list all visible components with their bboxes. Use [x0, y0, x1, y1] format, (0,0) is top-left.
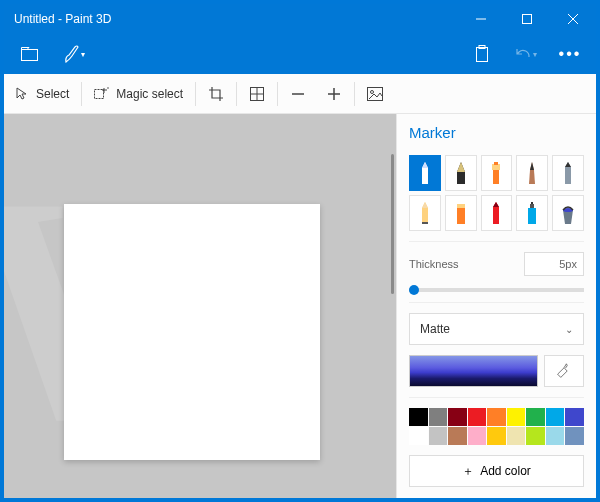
brush-oil[interactable] — [481, 155, 513, 191]
brush-marker[interactable] — [409, 155, 441, 191]
crop-icon — [208, 86, 224, 102]
watercolor-icon — [525, 160, 539, 186]
color-swatch[interactable] — [468, 427, 487, 445]
svg-rect-19 — [494, 162, 498, 165]
svg-rect-4 — [22, 50, 38, 61]
folder-icon — [21, 47, 39, 61]
svg-rect-20 — [422, 222, 428, 224]
eyedropper-button[interactable] — [544, 355, 584, 387]
select-tool[interactable]: Select — [4, 74, 79, 114]
image-icon — [367, 86, 383, 102]
close-icon — [568, 14, 578, 24]
plus-icon: ＋ — [462, 463, 474, 480]
clipboard-icon — [474, 45, 490, 63]
maximize-button[interactable] — [504, 4, 550, 34]
color-swatch[interactable] — [409, 427, 428, 445]
pen-icon — [454, 160, 468, 186]
canvas[interactable] — [64, 204, 320, 460]
oil-brush-icon — [489, 160, 503, 186]
crop-tool[interactable] — [198, 74, 234, 114]
grid-toggle[interactable] — [239, 74, 275, 114]
chevron-down-icon: ▾ — [533, 50, 537, 59]
color-swatch[interactable] — [487, 408, 506, 426]
zoom-out-button[interactable] — [280, 74, 316, 114]
view-3d-button[interactable] — [357, 74, 393, 114]
add-color-button[interactable]: ＋ Add color — [409, 455, 584, 487]
brush-spray-can[interactable] — [516, 195, 548, 231]
color-swatch[interactable] — [487, 427, 506, 445]
material-dropdown[interactable]: Matte ⌄ — [409, 313, 584, 345]
minimize-icon — [476, 14, 486, 24]
slider-thumb[interactable] — [409, 285, 419, 295]
brush-fill[interactable] — [552, 195, 584, 231]
undo-button[interactable]: ▾ — [506, 36, 546, 72]
svg-rect-1 — [523, 15, 532, 24]
color-swatch[interactable] — [546, 427, 565, 445]
thickness-slider[interactable] — [409, 288, 584, 292]
brush-eraser[interactable] — [445, 195, 477, 231]
brushes-menu-button[interactable]: ▾ — [54, 36, 94, 72]
app-window: Untitled - Paint 3D ▾ ▾ ••• — [4, 4, 596, 498]
maximize-icon — [522, 14, 532, 24]
brush-crayon[interactable] — [481, 195, 513, 231]
grid-icon — [249, 86, 265, 102]
more-button[interactable]: ••• — [550, 36, 590, 72]
undo-icon — [515, 47, 531, 61]
thickness-value[interactable]: 5px — [524, 252, 584, 276]
color-swatch[interactable] — [526, 408, 545, 426]
color-swatch[interactable] — [507, 427, 526, 445]
window-title: Untitled - Paint 3D — [4, 12, 458, 26]
brush-watercolor[interactable] — [516, 155, 548, 191]
svg-rect-24 — [530, 204, 534, 208]
brush-pencil[interactable] — [409, 195, 441, 231]
crayon-icon — [489, 200, 503, 226]
chevron-down-icon: ▾ — [81, 50, 85, 59]
brush-grid — [409, 155, 584, 231]
svg-rect-7 — [95, 89, 104, 98]
magic-select-label: Magic select — [116, 87, 183, 101]
brush-pixel-pen[interactable] — [552, 155, 584, 191]
current-color-swatch[interactable] — [409, 355, 538, 387]
color-swatch[interactable] — [507, 408, 526, 426]
minimize-button[interactable] — [458, 4, 504, 34]
paste-button[interactable] — [462, 36, 502, 72]
material-value: Matte — [420, 322, 450, 336]
color-swatch[interactable] — [565, 427, 584, 445]
color-swatch[interactable] — [429, 427, 448, 445]
svg-rect-21 — [457, 208, 465, 224]
color-swatch[interactable] — [409, 408, 428, 426]
canvas-viewport[interactable]: W http://winaero.com — [4, 114, 396, 498]
color-swatch[interactable] — [565, 408, 584, 426]
chevron-down-icon: ⌄ — [565, 324, 573, 335]
bucket-icon — [560, 200, 576, 226]
color-swatch[interactable] — [468, 408, 487, 426]
content-area: W http://winaero.com Marker — [4, 114, 596, 498]
color-swatch[interactable] — [448, 427, 467, 445]
vertical-scrollbar[interactable] — [391, 154, 394, 294]
svg-point-16 — [371, 90, 374, 93]
brush-calligraphy-pen[interactable] — [445, 155, 477, 191]
color-swatch[interactable] — [448, 408, 467, 426]
panel-heading: Marker — [409, 124, 584, 141]
color-swatch[interactable] — [429, 408, 448, 426]
eyedropper-icon — [556, 363, 572, 379]
marker-icon — [418, 160, 432, 186]
svg-rect-22 — [457, 204, 465, 208]
brushes-panel: Marker Thickness 5px — [396, 114, 596, 498]
menu-expand-button[interactable] — [10, 36, 50, 72]
color-swatch[interactable] — [546, 408, 565, 426]
color-swatch[interactable] — [526, 427, 545, 445]
svg-point-8 — [108, 87, 110, 89]
magic-select-tool[interactable]: Magic select — [84, 74, 193, 114]
title-bar: Untitled - Paint 3D — [4, 4, 596, 34]
zoom-in-button[interactable] — [316, 74, 352, 114]
plus-icon — [326, 86, 342, 102]
magic-select-icon — [94, 86, 110, 102]
svg-rect-5 — [477, 48, 488, 62]
pencil-icon — [418, 200, 432, 226]
thickness-label: Thickness — [409, 258, 459, 270]
menu-bar: ▾ ▾ ••• — [4, 34, 596, 74]
select-label: Select — [36, 87, 69, 101]
close-button[interactable] — [550, 4, 596, 34]
tool-bar: Select Magic select — [4, 74, 596, 114]
